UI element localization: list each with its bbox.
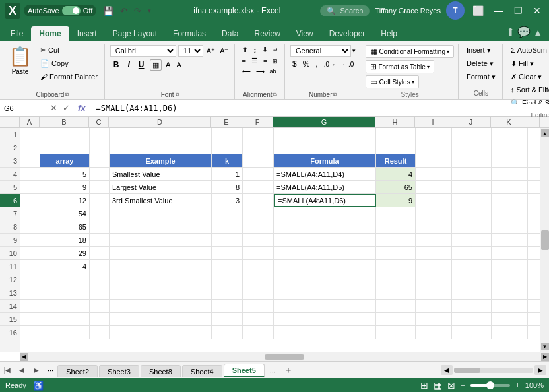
cell-styles-button[interactable]: ▭ Cell Styles xyxy=(366,75,418,88)
font-name-select[interactable]: Calibri xyxy=(110,45,176,57)
cell-h8[interactable] xyxy=(376,220,416,234)
cell-e9[interactable] xyxy=(212,234,243,247)
cell-h4[interactable]: 4 xyxy=(376,168,416,181)
comments-icon[interactable]: 💬 xyxy=(517,26,531,38)
minimize-button[interactable]: — xyxy=(492,5,506,16)
cell-c9[interactable] xyxy=(90,234,110,247)
cell-h12[interactable] xyxy=(376,273,416,286)
cell-d2[interactable] xyxy=(110,141,212,154)
number-format-select[interactable]: General xyxy=(290,45,351,57)
decrease-font-size-button[interactable]: A⁻ xyxy=(218,46,230,56)
normal-view-icon[interactable]: ⊞ xyxy=(420,380,428,391)
cell-b6[interactable]: 12 xyxy=(40,194,90,207)
cell-h10[interactable] xyxy=(376,247,416,260)
cell-i5[interactable] xyxy=(416,181,452,194)
align-center-button[interactable]: ☰ xyxy=(249,56,260,66)
cell-d6[interactable]: 3rd Smallest Value xyxy=(110,194,212,207)
cell-h1[interactable] xyxy=(376,128,416,141)
row-num-13[interactable]: 13 xyxy=(0,286,20,300)
cell-a5[interactable] xyxy=(20,181,40,194)
cell-g10[interactable] xyxy=(274,247,376,260)
scrollbar-left-button[interactable]: ◀ xyxy=(20,353,28,361)
cell-a6[interactable] xyxy=(20,194,40,207)
col-header-e[interactable]: E xyxy=(211,117,242,127)
cell-f4[interactable] xyxy=(243,168,274,181)
col-header-g[interactable]: G xyxy=(273,117,375,127)
cell-k9[interactable] xyxy=(492,234,528,247)
col-header-c[interactable]: C xyxy=(89,117,109,127)
conditional-formatting-button[interactable]: ▦ Conditional Formatting xyxy=(366,45,454,58)
cell-j7[interactable] xyxy=(452,207,492,220)
sheet-next-button[interactable]: ▶ xyxy=(29,363,44,377)
cell-d4[interactable]: Smallest Value xyxy=(110,168,212,181)
number-group-label[interactable]: Number ⧉ xyxy=(290,90,356,99)
col-header-k[interactable]: K xyxy=(491,117,527,127)
tab-insert[interactable]: Insert xyxy=(69,26,105,41)
font-launcher-icon[interactable]: ⧉ xyxy=(176,92,179,98)
cell-j11[interactable] xyxy=(452,260,492,273)
percent-format-button[interactable]: % xyxy=(301,59,312,69)
cell-e2[interactable] xyxy=(212,141,243,154)
cell-a3[interactable] xyxy=(20,154,40,168)
cell-j12[interactable] xyxy=(452,273,492,286)
cell-j8[interactable] xyxy=(452,220,492,234)
undo-button[interactable]: ↶ xyxy=(117,5,130,17)
customize-quick-access[interactable]: ▾ xyxy=(145,6,154,15)
cell-i3[interactable] xyxy=(416,154,452,168)
cell-c5[interactable] xyxy=(90,181,110,194)
tab-help[interactable]: Help xyxy=(373,26,405,41)
cell-g9[interactable] xyxy=(274,234,376,247)
cell-j1[interactable] xyxy=(452,128,492,141)
cell-a8[interactable] xyxy=(20,220,40,234)
tab-page-layout[interactable]: Page Layout xyxy=(105,26,165,41)
cell-d9[interactable] xyxy=(110,234,212,247)
increase-indent-button[interactable]: ⟶ xyxy=(254,67,267,75)
sheet-scroll-right-button[interactable]: ▶ xyxy=(534,365,546,375)
zoom-out-button[interactable]: − xyxy=(461,381,465,390)
cell-k5[interactable] xyxy=(492,181,528,194)
cell-d7[interactable] xyxy=(110,207,212,220)
increase-decimal-button[interactable]: .0→ xyxy=(322,60,338,69)
cell-h3[interactable]: Result xyxy=(376,154,416,168)
cell-c3[interactable] xyxy=(90,154,110,168)
sheet-more-button[interactable]: ··· xyxy=(44,364,57,376)
cell-k7[interactable] xyxy=(492,207,528,220)
cell-c11[interactable] xyxy=(90,260,110,273)
border-button[interactable]: ▦ xyxy=(150,59,162,71)
cell-k8[interactable] xyxy=(492,220,528,234)
cell-e3[interactable]: k xyxy=(212,154,243,168)
format-as-table-button[interactable]: ⊞ Format as Table xyxy=(366,60,434,73)
alignment-group-label[interactable]: Alignment ⧉ xyxy=(240,90,281,99)
cell-k12[interactable] xyxy=(492,273,528,286)
sheet-prev-button[interactable]: ◀ xyxy=(15,363,29,377)
cell-j3[interactable] xyxy=(452,154,492,168)
cell-f10[interactable] xyxy=(243,247,274,260)
tab-file[interactable]: File xyxy=(3,26,31,41)
insert-cells-button[interactable]: Insert ▾ xyxy=(464,45,494,56)
cell-k10[interactable] xyxy=(492,247,528,260)
cell-c6[interactable] xyxy=(90,194,110,207)
merge-center-button[interactable]: ⊞ xyxy=(271,57,280,65)
delete-cells-button[interactable]: Delete ▾ xyxy=(464,58,496,69)
cell-j9[interactable] xyxy=(452,234,492,247)
alignment-launcher-icon[interactable]: ⧉ xyxy=(273,92,277,98)
formula-input[interactable] xyxy=(92,104,549,113)
cell-e1[interactable] xyxy=(212,128,243,141)
row-num-10[interactable]: 10 xyxy=(0,247,20,260)
cell-i7[interactable] xyxy=(416,207,452,220)
sheet-tab-sheet8[interactable]: Sheet8 xyxy=(141,365,181,377)
tab-data[interactable]: Data xyxy=(214,26,246,41)
cell-c10[interactable] xyxy=(90,247,110,260)
cell-k1[interactable] xyxy=(492,128,528,141)
row-num-7[interactable]: 7 xyxy=(0,207,20,220)
row-num-4[interactable]: 4 xyxy=(0,168,20,181)
save-button[interactable]: 💾 xyxy=(100,5,116,17)
format-painter-button[interactable]: 🖌 Format Painter xyxy=(38,71,100,82)
font-group-label[interactable]: Font ⧉ xyxy=(110,90,230,99)
italic-button[interactable]: I xyxy=(124,59,133,71)
cell-b2[interactable] xyxy=(40,141,90,154)
cell-i8[interactable] xyxy=(416,220,452,234)
redo-button[interactable]: ↷ xyxy=(131,5,144,17)
sort-filter-button[interactable]: ↕ Sort & Filter ▾ xyxy=(508,84,549,96)
collapse-ribbon-icon[interactable]: ▲ xyxy=(533,27,542,38)
